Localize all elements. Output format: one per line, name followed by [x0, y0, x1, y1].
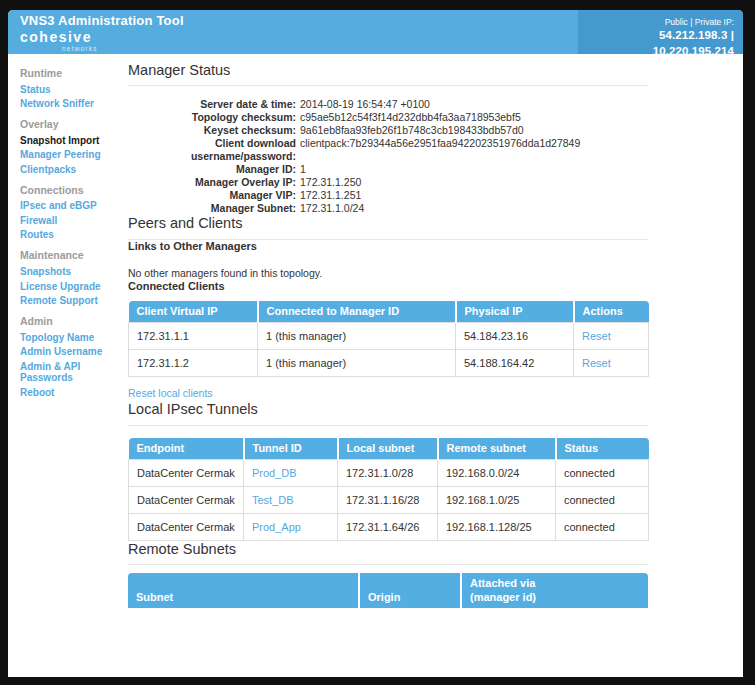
- table-row: DataCenter CermakTest_DB172.31.1.16/2819…: [129, 486, 649, 513]
- status-row: Manager Overlay IP:172.31.1.250: [128, 176, 648, 189]
- cohesive-logo: cohesive: [20, 30, 184, 44]
- status-label: Server date & time:: [128, 98, 300, 111]
- sidebar-item-status[interactable]: Status: [20, 82, 128, 97]
- sidebar-group-label: Runtime: [20, 67, 128, 80]
- ip-label: Public | Private IP:: [578, 17, 734, 27]
- status-row: Server date & time:2014-08-19 16:54:47 +…: [128, 98, 648, 111]
- sidebar-item-firewall[interactable]: Firewall: [20, 213, 128, 228]
- status-value: 172.31.1.251: [300, 189, 361, 202]
- column-header-remote-subnet: Remote subnet: [438, 438, 556, 460]
- table-cell: 1 (this manager): [258, 322, 456, 349]
- table-cell: 1 (this manager): [258, 350, 456, 377]
- table-cell: 54.188.164.42: [456, 350, 574, 377]
- column-header-physical-ip: Physical IP: [456, 301, 574, 323]
- table-cell: Prod_App: [244, 513, 338, 540]
- sidebar-group-runtime: RuntimeStatusNetwork Sniffer: [20, 67, 128, 111]
- sidebar-group-label: Admin: [20, 315, 128, 328]
- remote-subnets-heading: Remote Subnets: [128, 541, 648, 565]
- sidebar-group-label: Connections: [20, 184, 128, 197]
- status-row: Topology checksum:c95ae5b12c54f3f14d232d…: [128, 111, 648, 124]
- table-cell: 172.31.1.2: [129, 350, 258, 377]
- status-value: c95ae5b12c54f3f14d232dbb4fa3aa718953ebf5: [300, 111, 521, 124]
- status-value: 2014-08-19 16:54:47 +0100: [300, 98, 430, 111]
- table-header-row: EndpointTunnel IDLocal subnetRemote subn…: [129, 438, 649, 460]
- reset-local-clients-link[interactable]: Reset local clients: [128, 387, 213, 399]
- status-label: Keyset checksum:: [128, 124, 300, 137]
- table-cell: DataCenter Cermak: [129, 459, 244, 486]
- sidebar-item-topology-name[interactable]: Topology Name: [20, 330, 128, 345]
- cohesive-logo-networks: networks: [62, 45, 184, 52]
- sidebar-group-maintenance: MaintenanceSnapshotsLicense UpgradeRemot…: [20, 249, 128, 308]
- status-row: Manager Subnet:172.31.1.0/24: [128, 202, 648, 215]
- tunnel-id-link[interactable]: Prod_App: [252, 521, 301, 533]
- table-cell: Reset: [574, 322, 649, 349]
- tunnel-id-link[interactable]: Test_DB: [252, 494, 294, 506]
- brand-block: VNS3 Administration Tool cohesive networ…: [20, 14, 184, 52]
- sidebar-item-clientpacks[interactable]: Clientpacks: [20, 162, 128, 177]
- column-header-attached-via-manager-id: Attached via (manager id): [461, 573, 648, 607]
- sidebar-item-admin-api-passwords[interactable]: Admin & API Passwords: [20, 359, 128, 385]
- connected-clients-heading: Connected Clients: [128, 280, 648, 293]
- sidebar-group-connections: ConnectionsIPsec and eBGPFirewallRoutes: [20, 184, 128, 243]
- remote-subnets-table: SubnetOriginAttached via (manager id): [128, 573, 648, 607]
- column-header-subnet: Subnet: [128, 573, 359, 607]
- table-row: DataCenter CermakProd_App172.31.1.64/261…: [129, 513, 649, 540]
- local-ipsec-tunnels-heading: Local IPsec Tunnels: [128, 401, 648, 425]
- table-cell: 172.31.1.64/26: [338, 513, 438, 540]
- table-cell: 192.168.1.0/25: [438, 486, 556, 513]
- table-cell: 192.168.0.0/24: [438, 459, 556, 486]
- table-header-row: Client Virtual IPConnected to Manager ID…: [129, 301, 649, 323]
- table-cell: 172.31.1.1: [129, 322, 258, 349]
- tunnel-id-link[interactable]: Prod_DB: [252, 467, 297, 479]
- status-row: Keyset checksum:9a61eb8faa93feb26f1b748c…: [128, 124, 648, 137]
- column-header-actions: Actions: [574, 301, 649, 323]
- sidebar-item-snapshot-import[interactable]: Snapshot Import: [20, 133, 128, 148]
- sidebar-item-admin-username[interactable]: Admin Username: [20, 345, 128, 360]
- status-value: 172.31.1.250: [300, 176, 361, 189]
- sidebar-item-network-sniffer[interactable]: Network Sniffer: [20, 97, 128, 112]
- table-cell: Reset: [574, 350, 649, 377]
- sidebar-item-manager-peering[interactable]: Manager Peering: [20, 148, 128, 163]
- sidebar-group-label: Maintenance: [20, 249, 128, 262]
- status-row: Manager VIP:172.31.1.251: [128, 189, 648, 202]
- reset-client-link[interactable]: Reset: [582, 357, 611, 369]
- manager-status-list: Server date & time:2014-08-19 16:54:47 +…: [128, 98, 648, 215]
- ipsec-tunnels-table: EndpointTunnel IDLocal subnetRemote subn…: [128, 438, 649, 541]
- table-cell: 172.31.1.16/28: [338, 486, 438, 513]
- manager-status-heading: Manager Status: [128, 62, 648, 86]
- table-cell: 54.184.23.16: [456, 322, 574, 349]
- table-cell: DataCenter Cermak: [129, 513, 244, 540]
- status-value: clientpack:7b29344a56e2951faa94220235197…: [300, 137, 580, 163]
- table-row: DataCenter CermakProd_DB172.31.1.0/28192…: [129, 459, 649, 486]
- status-row: Client download username/password:client…: [128, 137, 648, 163]
- sidebar-item-reboot[interactable]: Reboot: [20, 385, 128, 400]
- table-cell: connected: [556, 459, 649, 486]
- status-label: Manager ID:: [128, 163, 300, 176]
- app-title: VNS3 Administration Tool: [20, 14, 184, 29]
- connected-clients-table: Client Virtual IPConnected to Manager ID…: [128, 301, 649, 377]
- peers-and-clients-heading: Peers and Clients: [128, 215, 648, 239]
- column-header-client-virtual-ip: Client Virtual IP: [129, 301, 258, 323]
- main-content: Manager Status Server date & time:2014-0…: [128, 54, 648, 608]
- sidebar-item-ipsec-and-ebgp[interactable]: IPsec and eBGP: [20, 199, 128, 214]
- reset-client-link[interactable]: Reset: [582, 330, 611, 342]
- app-header: VNS3 Administration Tool cohesive networ…: [8, 10, 743, 54]
- table-row: 172.31.1.11 (this manager)54.184.23.16Re…: [129, 322, 649, 349]
- status-label: Client download username/password:: [128, 137, 300, 163]
- sidebar-item-routes[interactable]: Routes: [20, 228, 128, 243]
- column-header-endpoint: Endpoint: [129, 438, 244, 460]
- status-label: Manager Overlay IP:: [128, 176, 300, 189]
- sidebar-group-label: Overlay: [20, 118, 128, 131]
- status-row: Manager ID:1: [128, 163, 648, 176]
- table-header-row: SubnetOriginAttached via (manager id): [128, 573, 648, 607]
- status-value: 9a61eb8faa93feb26f1b748c3cb198433bdb57d0: [300, 124, 524, 137]
- ip-value: 54.212.198.3 | 10.220.195.214: [578, 27, 734, 59]
- sidebar-item-snapshots[interactable]: Snapshots: [20, 265, 128, 280]
- table-cell: DataCenter Cermak: [129, 486, 244, 513]
- sidebar-item-remote-support[interactable]: Remote Support: [20, 294, 128, 309]
- sidebar: RuntimeStatusNetwork SnifferOverlaySnaps…: [8, 54, 128, 407]
- table-cell: 172.31.1.0/28: [338, 459, 438, 486]
- table-cell: connected: [556, 486, 649, 513]
- status-label: Manager Subnet:: [128, 202, 300, 215]
- sidebar-item-license-upgrade[interactable]: License Upgrade: [20, 279, 128, 294]
